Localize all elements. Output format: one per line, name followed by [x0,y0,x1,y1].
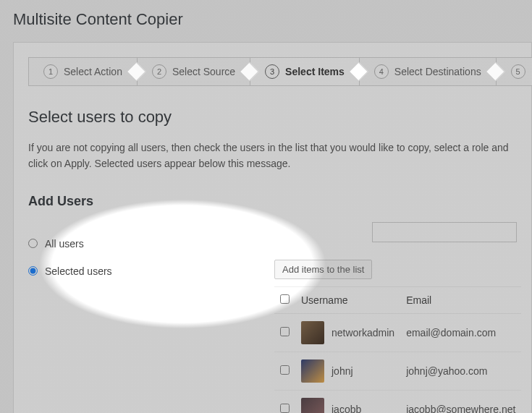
radio-selected-users-input[interactable] [28,266,38,276]
radio-selected-users-label: Selected users [45,265,112,277]
avatar [301,398,324,413]
wizard-step-1[interactable]: 1Select Action [28,57,137,86]
avatar [301,359,324,383]
step-label: Select Destinations [394,66,481,77]
email-cell: jacobb@somewhere.net [400,390,521,413]
row-checkbox[interactable] [280,365,290,375]
col-email: Email [400,286,521,313]
add-items-button[interactable]: Add items to the list [274,260,372,279]
step-label: Select Items [285,66,345,77]
select-all-checkbox[interactable] [280,294,290,304]
wizard-step-4[interactable]: 4Select Destinations [359,57,496,86]
step-number-icon: 1 [43,64,58,79]
radio-all-users-input[interactable] [28,239,38,248]
user-scope-radios: All users Selected users [28,222,245,413]
avatar [301,321,324,344]
page-title: Multisite Content Copier [0,0,532,35]
users-tbody: networkadminemail@domain.comjohnjjohnj@y… [274,313,521,413]
step-label: Select Source [172,66,235,77]
wizard-steps: 1Select Action2Select Source3Select Item… [28,57,517,86]
step-number-icon: 3 [265,64,279,79]
radio-all-users[interactable]: All users [28,238,245,250]
step-label: Select Action [64,66,122,77]
instructions-text: If you are not copying all users, then c… [28,140,517,172]
step-number-icon: 4 [374,64,389,79]
table-row: jacobbjacobb@somewhere.net [274,390,521,413]
email-cell: johnj@yahoo.com [400,352,521,390]
step-number-icon: 2 [152,64,166,79]
add-users-heading: Add Users [28,194,517,209]
username-cell[interactable]: johnj [332,365,353,377]
table-row: johnjjohnj@yahoo.com [274,352,521,390]
username-cell[interactable]: networkadmin [332,327,394,339]
table-row: networkadminemail@domain.com [274,313,521,352]
row-checkbox[interactable] [280,404,290,413]
radio-all-users-label: All users [45,238,84,250]
wizard-step-2[interactable]: 2Select Source [137,57,250,86]
step-number-icon: 5 [511,64,525,79]
row-checkbox[interactable] [280,327,290,336]
col-username: Username [295,286,400,313]
main-panel: 1Select Action2Select Source3Select Item… [13,42,532,413]
section-title: Select users to copy [28,108,517,127]
username-cell[interactable]: jacobb [332,404,361,413]
radio-selected-users[interactable]: Selected users [28,265,245,277]
wizard-step-3[interactable]: 3Select Items [250,57,359,86]
users-table: Username Email networkadminemail@domain.… [274,286,521,413]
search-input[interactable] [372,222,517,242]
email-cell: email@domain.com [400,313,521,352]
